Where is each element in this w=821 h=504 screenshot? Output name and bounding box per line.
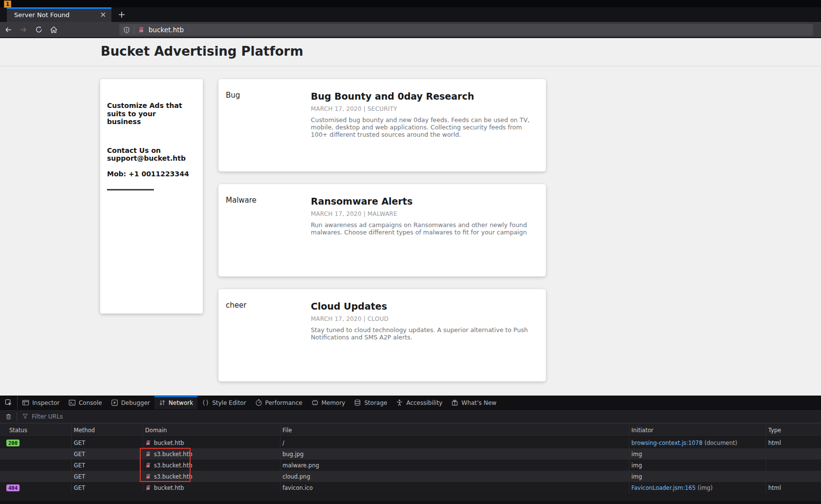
devtools-tab-accessibility[interactable]: Accessibility [391, 396, 447, 409]
type-cell: html [766, 482, 821, 493]
tracking-shield-icon[interactable] [123, 26, 130, 34]
network-request-row[interactable]: GETs3.bucket.htbmalware.pngimg [0, 460, 821, 471]
new-tab-button[interactable] [114, 7, 129, 22]
domain-text: s3.bucket.htb [154, 473, 192, 480]
status-cell [0, 460, 72, 471]
devtools-panel: InspectorConsoleDebuggerNetworkStyle Edi… [0, 396, 821, 504]
domain-text: bucket.htb [154, 440, 184, 446]
method-cell: GET [72, 482, 143, 493]
inspector-icon [22, 399, 29, 406]
storage-icon [354, 399, 361, 406]
domain-cell: s3.bucket.htb [143, 448, 281, 460]
initiator-link[interactable]: browsing-context.js:1078 [631, 440, 702, 446]
card-date: MARCH 17, 2020 | CLOUD [311, 315, 536, 322]
browser-nav-bar: bucket.htb [0, 22, 821, 38]
funnel-icon [22, 413, 28, 420]
devtools-tab-console[interactable]: Console [64, 396, 107, 409]
card-main: Bug Bounty and 0day ResearchMARCH 17, 20… [311, 91, 546, 171]
file-cell: / [281, 437, 629, 448]
card-title: Ransomware Alerts [311, 196, 536, 207]
devtools-tab-storage[interactable]: Storage [349, 396, 391, 409]
card-title: Bug Bounty and 0day Research [311, 91, 536, 102]
domain-cell: s3.bucket.htb [143, 460, 281, 471]
whats-new-icon [451, 399, 458, 406]
column-header-status[interactable]: Status [0, 423, 72, 437]
article-card: BugBug Bounty and 0day ResearchMARCH 17,… [218, 79, 546, 171]
devtools-tab-network[interactable]: Network [154, 396, 197, 409]
insecure-lock-icon[interactable] [138, 26, 145, 33]
column-header-type[interactable]: Type [766, 423, 821, 437]
style-editor-icon [202, 399, 209, 406]
devtools-tab-label: Style Editor [212, 399, 246, 406]
devtools-tab-whats-new[interactable]: What’s New [447, 396, 501, 409]
network-request-row[interactable]: 404GETbucket.htbfavicon.icoFaviconLoader… [0, 482, 821, 493]
column-header-file[interactable]: File [281, 423, 629, 437]
insecure-lock-icon [145, 462, 151, 468]
tab-title: Server Not Found [14, 11, 99, 19]
file-cell: malware.png [281, 460, 629, 471]
tab-close-icon[interactable] [99, 10, 108, 19]
web-page: Bucket Advertising Platform Customize Ad… [0, 38, 821, 396]
browser-tab-server-not-found[interactable]: Server Not Found [7, 7, 111, 22]
card-body: Run awareness ad campaigns on Ransomware… [311, 222, 536, 236]
network-icon [159, 399, 166, 406]
status-badge: 200 [6, 440, 20, 446]
url-bar[interactable]: bucket.htb [119, 24, 813, 36]
page-title: Bucket Advertising Platform [101, 44, 303, 59]
insecure-lock-icon [145, 473, 151, 480]
domain-text: s3.bucket.htb [154, 451, 192, 458]
debugger-icon [111, 399, 118, 406]
devtools-tab-debugger[interactable]: Debugger [107, 396, 154, 409]
reload-button[interactable] [32, 23, 45, 36]
card-image-alt-label: Bug [226, 91, 311, 171]
devtools-tab-label: Debugger [121, 399, 150, 406]
card-date: MARCH 17, 2020 | SECURITY [311, 105, 536, 112]
network-request-row[interactable]: GETs3.bucket.htbbug.jpgimg [0, 448, 821, 460]
home-button[interactable] [47, 23, 61, 36]
status-cell [0, 471, 72, 482]
initiator-link[interactable]: FaviconLoader.jsm:165 [631, 484, 695, 491]
memory-icon [311, 399, 319, 406]
devtools-tab-label: Inspector [32, 399, 60, 406]
console-icon [68, 399, 76, 406]
clear-requests-trash-icon[interactable] [0, 410, 17, 423]
card-main: Ransomware AlertsMARCH 17, 2020 | MALWAR… [311, 196, 546, 276]
devtools-bottom-strip [0, 501, 821, 504]
urlbar-divider [134, 26, 134, 34]
devtools-tab-label: Performance [265, 399, 302, 406]
url-text: bucket.htb [149, 26, 184, 34]
type-cell [766, 460, 821, 471]
devtools-tab-style-editor[interactable]: Style Editor [197, 396, 250, 409]
devtools-tab-memory[interactable]: Memory [307, 396, 350, 409]
devtools-tab-label: Storage [364, 399, 387, 406]
domain-text: s3.bucket.htb [154, 462, 192, 469]
card-image-alt-label: Malware [226, 196, 311, 276]
status-cell [0, 448, 72, 460]
devtools-tab-performance[interactable]: Performance [251, 396, 307, 409]
workspace-badge: 1 [4, 0, 11, 8]
status-cell: 200 [0, 437, 72, 448]
network-request-row[interactable]: GETs3.bucket.htbcloud.pngimg [0, 471, 821, 482]
status-cell: 404 [0, 482, 72, 493]
devtools-tab-inspector[interactable]: Inspector [18, 396, 64, 409]
devtools-toolbar: InspectorConsoleDebuggerNetworkStyle Edi… [0, 396, 821, 410]
forward-button[interactable] [17, 23, 30, 36]
file-cell: cloud.png [281, 471, 629, 482]
back-button[interactable] [1, 23, 15, 36]
network-request-row[interactable]: 200GETbucket.htb/browsing-context.js:107… [0, 437, 821, 448]
filter-divider [17, 412, 17, 421]
initiator-cell: browsing-context.js:1078(document) [629, 437, 766, 448]
card-body: Customised bug bounty and new 0day feeds… [311, 117, 536, 138]
domain-cell: s3.bucket.htb [143, 471, 281, 482]
column-header-domain[interactable]: Domain [143, 423, 281, 437]
card-image-alt-label: cheer [226, 301, 311, 381]
method-cell: GET [72, 448, 143, 460]
column-header-initiator[interactable]: Initiator [629, 423, 766, 437]
card-date: MARCH 17, 2020 | MALWARE [311, 210, 536, 217]
pick-element-icon[interactable] [0, 396, 18, 409]
filter-urls-input[interactable]: Filter URLs [22, 413, 63, 420]
file-cell: bug.jpg [281, 448, 629, 460]
browser-tab-bar: Server Not Found [0, 7, 821, 22]
column-header-method[interactable]: Method [72, 423, 143, 437]
insecure-lock-icon [145, 451, 151, 457]
